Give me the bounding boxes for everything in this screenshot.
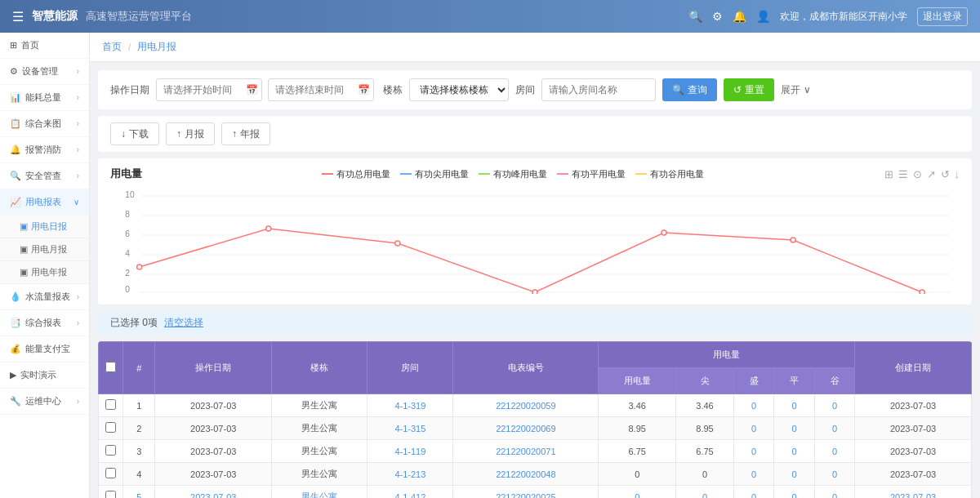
monthly-export-icon: ↑: [176, 128, 181, 140]
row-date: 2023-07-03: [155, 463, 272, 486]
row-flat: 0: [774, 394, 814, 417]
sidebar-item-monthly[interactable]: ▣ 用电月报: [0, 238, 89, 261]
row-checkbox-cell[interactable]: [99, 440, 123, 463]
row-peak: 0: [733, 394, 773, 417]
sidebar-item-yearly[interactable]: ▣ 用电年报: [0, 261, 89, 284]
row-checkbox[interactable]: [105, 422, 116, 433]
reset-button[interactable]: ↺ 重置: [724, 78, 774, 101]
breadcrumb-home[interactable]: 首页: [102, 40, 122, 54]
row-room[interactable]: 4-1-412: [368, 486, 453, 499]
selected-count: 已选择 0项: [110, 316, 158, 330]
chart-tool-2[interactable]: ☰: [898, 168, 908, 180]
menu-icon[interactable]: ☰: [12, 9, 24, 24]
row-checkbox-cell[interactable]: [99, 394, 123, 417]
row-num: 3: [123, 440, 155, 463]
row-num: 5: [123, 486, 155, 499]
row-tip: 6.75: [676, 440, 734, 463]
select-all-checkbox[interactable]: [105, 362, 116, 372]
data-table: # 操作日期 楼栋 房间 电表编号 用电量 创建日期 用电量 尖 盛: [98, 341, 972, 498]
water-icon: 💧: [10, 291, 21, 302]
room-input[interactable]: [541, 78, 656, 101]
svg-text:8: 8: [125, 210, 130, 219]
chart-tool-1[interactable]: ⊞: [884, 168, 893, 180]
sidebar-item-echarge[interactable]: 💰 能量支付宝: [0, 336, 89, 362]
selection-bar: 已选择 0项 清空选择: [98, 311, 972, 335]
legend-peak: 有功峰用电量: [479, 168, 547, 180]
row-room[interactable]: 4-1-315: [368, 417, 453, 440]
sidebar-item-center[interactable]: 🔧 运维中心 ›: [0, 389, 89, 415]
sidebar-item-realtime[interactable]: ▶ 实时演示: [0, 362, 89, 389]
clear-selection-link[interactable]: 清空选择: [164, 316, 203, 330]
row-meter[interactable]: 221220020069: [453, 417, 599, 440]
date-calendar-start-icon[interactable]: 📅: [246, 84, 258, 96]
expand-filter[interactable]: 展开 ∨: [781, 83, 811, 97]
row-meter[interactable]: 221220020048: [453, 463, 599, 486]
search-button[interactable]: 🔍 查询: [662, 78, 717, 101]
chart-tool-3[interactable]: ⊙: [913, 168, 922, 180]
logout-button[interactable]: 退出登录: [917, 7, 968, 26]
sidebar-item-electricity[interactable]: 📈 用电报表 ∨: [0, 189, 89, 216]
sidebar-item-water[interactable]: 💧 水流量报表 ›: [0, 284, 89, 310]
sidebar-item-energy[interactable]: 📊 能耗总量 ›: [0, 85, 89, 111]
yearly-export-button[interactable]: ↑ 年报: [221, 122, 270, 145]
row-checkbox-cell[interactable]: [99, 417, 123, 440]
table-row: 4 2023-07-03 男生公寓 4-1-213 221220020048 0…: [99, 463, 972, 486]
settings-icon[interactable]: ⚙: [712, 10, 723, 23]
chevron-right-icon: ›: [77, 93, 79, 102]
sidebar-item-home[interactable]: ⊞ 首页: [0, 33, 89, 59]
table-header-date: 操作日期: [155, 342, 272, 394]
chart-tool-5[interactable]: ↺: [941, 168, 950, 180]
date-calendar-end-icon[interactable]: 📅: [358, 84, 370, 96]
app-logo: 智慧能源: [32, 9, 78, 24]
svg-point-12: [137, 265, 142, 269]
user-icon: 👤: [756, 10, 770, 23]
date-filter-label: 操作日期: [110, 83, 149, 97]
svg-text:6: 6: [125, 229, 130, 238]
row-date: 2023-07-03: [155, 440, 272, 463]
monthly-export-button[interactable]: ↑ 月报: [166, 122, 215, 145]
download-icon: ↓: [121, 128, 126, 140]
row-checkbox-cell[interactable]: [99, 486, 123, 499]
chart-title: 用电量: [110, 167, 142, 181]
sidebar-item-alarm[interactable]: 🔔 报警消防 ›: [0, 137, 89, 163]
sidebar-item-device[interactable]: ⚙ 设备管理 ›: [0, 59, 89, 85]
export-bar: ↓ 下载 ↑ 月报 ↑ 年报: [98, 116, 972, 152]
chart-tool-6[interactable]: ↓: [955, 168, 960, 180]
alarm-icon: 🔔: [10, 145, 21, 155]
row-checkbox[interactable]: [105, 445, 116, 456]
device-icon: ⚙: [10, 66, 18, 77]
row-valley: 0: [814, 486, 854, 499]
sidebar-item-comprehensive[interactable]: 📑 综合报表 ›: [0, 310, 89, 336]
row-checkbox[interactable]: [105, 468, 116, 478]
row-meter[interactable]: 221220020059: [453, 394, 599, 417]
bell-icon[interactable]: 🔔: [733, 10, 746, 23]
row-num: 1: [123, 394, 155, 417]
chevron-down-filter-icon: ∨: [804, 84, 811, 96]
row-meter[interactable]: 221220020025: [453, 486, 599, 499]
row-checkbox-cell[interactable]: [99, 463, 123, 486]
sidebar-item-inspect[interactable]: 🔍 安全管查 ›: [0, 163, 89, 189]
sidebar-item-daily[interactable]: ▣ 用电日报: [0, 216, 89, 238]
row-room[interactable]: 4-1-213: [368, 463, 453, 486]
svg-point-14: [395, 241, 400, 246]
svg-point-13: [266, 226, 271, 231]
row-tip: 0: [676, 486, 734, 499]
row-checkbox[interactable]: [105, 399, 116, 410]
table-header-electricity-group: 用电量: [599, 342, 855, 368]
content-area: 操作日期 📅 📅 楼栋 请选择楼栋楼栋 男生公寓 女生公寓 房间 🔍: [90, 62, 980, 498]
table-subheader-tip: 尖: [676, 368, 734, 394]
chart-tool-4[interactable]: ↗: [927, 168, 936, 180]
row-checkbox[interactable]: [105, 491, 116, 498]
table-subheader-total: 用电量: [599, 368, 676, 394]
building-select[interactable]: 请选择楼栋楼栋 男生公寓 女生公寓: [409, 78, 509, 101]
electricity-icon: 📈: [10, 197, 21, 207]
row-meter[interactable]: 221220020071: [453, 440, 599, 463]
row-flat: 0: [774, 463, 814, 486]
row-room[interactable]: 4-1-119: [368, 440, 453, 463]
download-button[interactable]: ↓ 下载: [110, 122, 159, 145]
svg-point-18: [920, 290, 924, 294]
row-room[interactable]: 4-1-319: [368, 394, 453, 417]
search-icon[interactable]: 🔍: [688, 10, 702, 23]
legend-total: 有功总用电量: [322, 168, 390, 180]
sidebar-item-config[interactable]: 📋 综合来图 ›: [0, 111, 89, 137]
